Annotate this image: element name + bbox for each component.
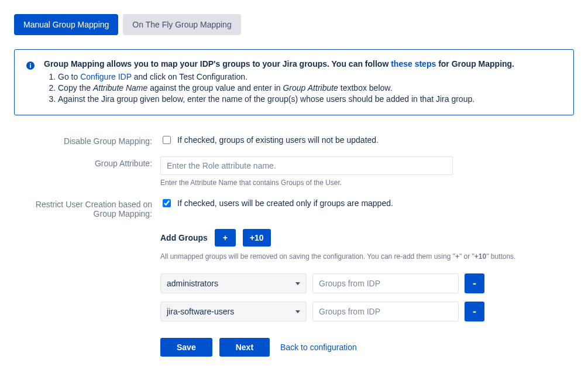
step2-post: textbox below. — [338, 83, 393, 93]
tab-manual-group-mapping[interactable]: Manual Group Mapping — [14, 14, 118, 35]
info-step-2: Copy the Attribute Name against the grou… — [58, 83, 562, 93]
svg-rect-1 — [30, 65, 31, 68]
back-to-configuration-link[interactable]: Back to configuration — [280, 343, 357, 352]
select-jira-group-administrators[interactable]: administrators — [160, 273, 307, 293]
checkbox-disable-group-mapping[interactable] — [163, 136, 171, 144]
info-step-1: Go to Configure IDP and click on Test Co… — [58, 72, 562, 81]
step2-em1: Attribute Name — [93, 83, 147, 93]
info-steps-list: Go to Configure IDP and click on Test Co… — [44, 72, 562, 104]
checkbox-disable-desc: If checked, groups of existing users wil… — [177, 135, 379, 145]
chevron-down-icon — [295, 310, 300, 313]
tab-on-the-fly-group-mapping[interactable]: On The Fly Group Mapping — [123, 14, 240, 35]
info-text-pre: Group Mapping allows you to map your IDP… — [44, 59, 391, 69]
input-idp-groups-1[interactable] — [312, 302, 459, 321]
label-group-attribute: Group Attribute: — [14, 156, 160, 168]
info-leading-text: Group Mapping allows you to map your IDP… — [44, 59, 562, 69]
step2-em2: Group Attribute — [283, 83, 338, 93]
tabs: Manual Group Mapping On The Fly Group Ma… — [14, 14, 574, 35]
label-disable-group-mapping: Disable Group Mapping: — [14, 134, 160, 146]
ag-help-post: " buttons. — [486, 252, 515, 261]
step1-pre: Go to — [58, 72, 80, 81]
help-group-attribute: Enter the Attribute Name that contains G… — [160, 179, 535, 187]
input-group-attribute[interactable] — [160, 156, 453, 175]
add-groups-header: Add Groups + +10 — [160, 229, 535, 247]
info-step-3: Against the Jira group given below, ente… — [58, 94, 562, 104]
svg-rect-2 — [30, 63, 31, 64]
add-groups-title: Add Groups — [160, 233, 208, 242]
checkbox-restrict-desc: If checked, users will be created only i… — [177, 199, 393, 208]
remove-group-button-1[interactable]: - — [465, 302, 484, 321]
step1-post: and click on Test Configuration. — [132, 72, 247, 81]
select-value: administrators — [167, 279, 218, 288]
ag-help-b2: +10 — [474, 252, 486, 261]
info-text-post: for Group Mapping. — [436, 59, 514, 69]
info-icon — [26, 61, 35, 105]
checkbox-row-disable: If checked, groups of existing users wil… — [160, 134, 535, 146]
remove-group-button-0[interactable]: - — [465, 273, 484, 293]
add-groups-help: All unmapped groups will be removed on s… — [160, 252, 535, 261]
step2-mid: against the group value and enter in — [147, 83, 283, 93]
link-these-steps[interactable]: these steps — [391, 59, 436, 69]
next-button[interactable]: Next — [219, 338, 270, 357]
step2-pre: Copy the — [58, 83, 93, 93]
ag-help-pre: All unmapped groups will be removed on s… — [160, 252, 455, 261]
save-button[interactable]: Save — [160, 338, 212, 357]
select-value: jira-software-users — [167, 307, 234, 316]
chevron-down-icon — [295, 282, 300, 285]
group-mapping-row: administrators - — [160, 273, 535, 293]
link-configure-idp[interactable]: Configure IDP — [80, 72, 132, 81]
add-group-button[interactable]: + — [215, 229, 236, 247]
input-idp-groups-0[interactable] — [312, 273, 459, 293]
ag-help-mid: " or " — [459, 252, 474, 261]
group-mapping-row: jira-software-users - — [160, 302, 535, 321]
info-panel: Group Mapping allows you to map your IDP… — [14, 49, 574, 115]
ag-help-b1: + — [455, 252, 459, 261]
label-restrict-user-creation: Restrict User Creation based on Group Ma… — [14, 197, 160, 218]
checkbox-restrict-user-creation[interactable] — [163, 199, 171, 207]
select-jira-group-jira-software-users[interactable]: jira-software-users — [160, 302, 307, 321]
checkbox-row-restrict: If checked, users will be created only i… — [160, 197, 535, 209]
add-ten-groups-button[interactable]: +10 — [243, 229, 271, 247]
form-actions: Save Next Back to configuration — [160, 338, 535, 357]
